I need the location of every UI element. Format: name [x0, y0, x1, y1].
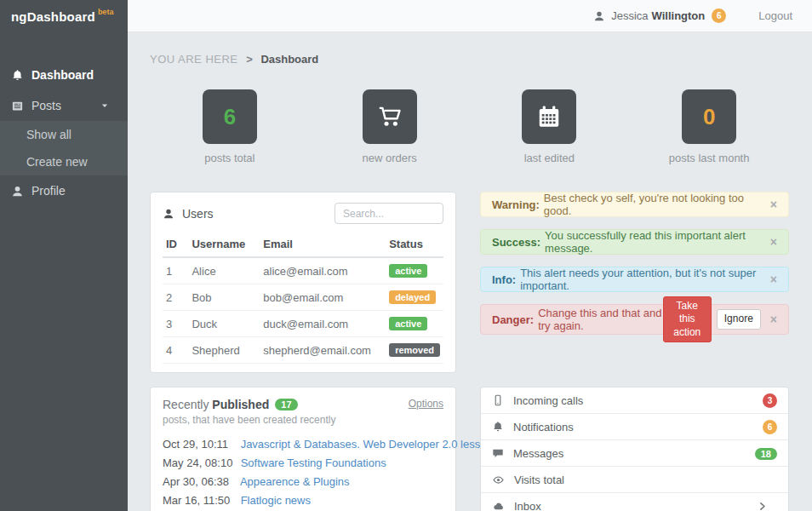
- panel-title: Recently Published: [163, 398, 269, 411]
- eye-icon: [492, 474, 505, 486]
- sidebar-item-posts[interactable]: Posts: [0, 90, 128, 121]
- stats-item-inbox[interactable]: Inbox: [481, 493, 788, 511]
- search-input[interactable]: [335, 203, 443, 224]
- cell-username: Bob: [188, 284, 260, 311]
- sidebar-item-label: Profile: [31, 184, 66, 198]
- recent-count-badge: 17: [275, 399, 297, 411]
- stats-item-label: Notifications: [513, 421, 574, 433]
- cell-username: Duck: [188, 311, 260, 337]
- alert-message: You successfully read this important ale…: [545, 229, 770, 255]
- tile-label: last edited: [524, 152, 575, 164]
- cart-icon: [377, 104, 403, 129]
- stats-item-notifications[interactable]: Notifications 6: [481, 414, 788, 440]
- page-content: YOU ARE HERE > Dashboard 6 posts total n…: [128, 32, 812, 511]
- sidebar-item-dashboard[interactable]: Dashboard: [0, 60, 128, 90]
- panel-subtitle: posts, that have been created recently: [163, 414, 443, 426]
- sidebar-item-create-new[interactable]: Create new: [0, 148, 128, 175]
- user-last-name: Willington: [652, 9, 706, 22]
- user-notification-badge: 6: [712, 9, 726, 23]
- table-row: 1 Alice alice@email.com active: [163, 257, 443, 284]
- sidebar: ngDashboardbeta Dashboard Posts Show all…: [0, 0, 128, 511]
- person-icon: [163, 208, 174, 220]
- close-icon[interactable]: ×: [770, 273, 777, 285]
- stats-item-messages[interactable]: Messages 18: [481, 440, 788, 467]
- logout-link[interactable]: Logout: [758, 9, 792, 22]
- post-link[interactable]: Flatlogic news: [241, 494, 311, 507]
- stats-item-label: Messages: [513, 447, 563, 460]
- stats-item-label: Inbox: [514, 500, 541, 511]
- comment-icon: [492, 447, 504, 459]
- main-area: Jessica Willington 6 Logout YOU ARE HERE…: [128, 0, 812, 511]
- post-date: Apr 30, 06:38: [163, 473, 237, 491]
- content-grid: Users ID Username Email Status: [150, 192, 789, 511]
- list-item: May 24, 08:10 Software Testing Foundatio…: [163, 454, 443, 473]
- phone-icon: [492, 394, 504, 406]
- alert-message: This alert needs your attention, but it'…: [520, 267, 770, 292]
- breadcrumb-separator: >: [246, 53, 253, 66]
- alert-warning: Warning: Best check yo self, you're not …: [480, 192, 789, 217]
- posts-submenu: Show all Create new: [0, 121, 128, 175]
- table-row: 2 Bob bob@email.com delayed: [163, 284, 443, 311]
- tile-label: posts last month: [669, 152, 750, 164]
- alert-title: Success:: [492, 236, 540, 249]
- alert-title: Info:: [492, 273, 516, 286]
- stat-tile-posts-total: 6 posts total: [150, 89, 310, 164]
- recent-posts-list: Oct 29, 10:11 Javascript & Databases. We…: [163, 435, 443, 511]
- posts-icon: [11, 100, 24, 112]
- cell-id: 4: [163, 337, 188, 364]
- post-link[interactable]: Appearence & Plugins: [240, 475, 350, 488]
- alert-title: Warning:: [492, 198, 540, 211]
- app-logo[interactable]: ngDashboardbeta: [0, 0, 128, 32]
- cell-email: duck@email.com: [260, 311, 386, 337]
- stats-item-visits-total[interactable]: Visits total: [481, 467, 788, 493]
- take-action-button[interactable]: Take this action: [663, 296, 712, 343]
- users-table: ID Username Email Status 1 Alice alice@e…: [163, 232, 443, 364]
- count-badge: 6: [763, 420, 777, 434]
- table-row: 3 Duck duck@email.com active: [163, 311, 443, 337]
- tile-box: 6: [203, 89, 257, 144]
- recently-published-panel: Recently Published 17 Options posts, tha…: [150, 387, 456, 511]
- stat-tile-posts-last-month: 0 posts last month: [629, 89, 789, 164]
- alert-success: Success: You successfully read this impo…: [480, 229, 789, 255]
- users-panel: Users ID Username Email Status: [150, 192, 456, 373]
- post-date: May 24, 08:10: [163, 454, 237, 473]
- sidebar-nav: Dashboard Posts Show all Create new Prof…: [0, 60, 128, 206]
- person-icon: [593, 10, 605, 22]
- count-badge: 3: [763, 393, 777, 408]
- list-item: Oct 29, 10:11 Javascript & Databases. We…: [163, 435, 443, 454]
- close-icon[interactable]: ×: [770, 313, 777, 325]
- bell-icon: [11, 69, 24, 82]
- recently-published-header: Recently Published 17 Options: [163, 398, 443, 411]
- user-menu[interactable]: Jessica Willington 6: [593, 9, 726, 23]
- posts-total-value: 6: [224, 104, 236, 130]
- stat-tile-last-edited: last edited: [470, 89, 630, 164]
- cell-id: 3: [163, 311, 188, 337]
- column-header-status: Status: [386, 232, 443, 257]
- cell-username: Alice: [188, 257, 260, 284]
- posts-last-month-value: 0: [703, 104, 715, 130]
- sidebar-item-show-all[interactable]: Show all: [0, 121, 128, 148]
- alert-message: Change this and that and try again.: [538, 307, 663, 332]
- post-link[interactable]: Javascript & Databases. Web Developer 2.…: [241, 438, 508, 451]
- calendar-icon: [536, 104, 562, 129]
- status-badge: active: [389, 264, 427, 278]
- post-link[interactable]: Software Testing Foundations: [241, 456, 386, 469]
- stat-tile-new-orders: new orders: [310, 89, 470, 164]
- cloud-icon: [492, 500, 505, 511]
- tile-box: [363, 89, 417, 144]
- app-name: ngDashboard: [11, 9, 95, 24]
- close-icon[interactable]: ×: [770, 236, 777, 248]
- column-header-username: Username: [188, 232, 260, 257]
- cell-email: shepherd@email.com: [260, 337, 386, 364]
- status-badge: delayed: [389, 290, 436, 304]
- alert-title: Danger:: [492, 313, 534, 326]
- stats-item-incoming-calls[interactable]: Incoming calls 3: [481, 388, 788, 414]
- ignore-button[interactable]: Ignore: [717, 309, 761, 330]
- tile-label: posts total: [204, 152, 254, 164]
- alerts-stack: Warning: Best check yo self, you're not …: [480, 192, 789, 347]
- close-icon[interactable]: ×: [770, 198, 777, 210]
- options-link[interactable]: Options: [409, 398, 443, 410]
- breadcrumb: YOU ARE HERE > Dashboard: [150, 53, 789, 66]
- users-panel-header: Users: [163, 203, 443, 224]
- sidebar-item-profile[interactable]: Profile: [0, 175, 128, 206]
